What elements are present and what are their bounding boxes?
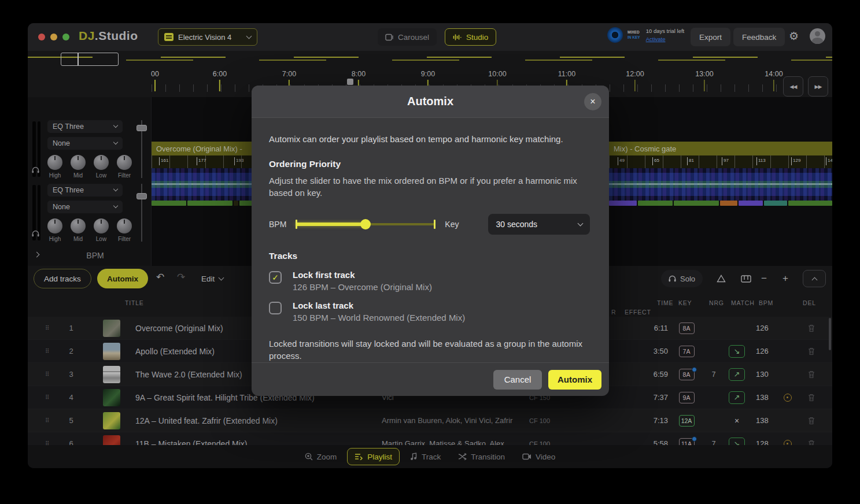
transition-duration-select[interactable]: 30 seconds — [488, 214, 590, 235]
lock-last-detail: 150 BPM – World Renowned (Extended Mix) — [293, 313, 465, 323]
modal-footer: Cancel Automix — [252, 362, 609, 396]
lock-last-checkbox[interactable] — [269, 302, 282, 314]
slider-bpm-label: BPM — [269, 220, 286, 229]
locked-transitions-note: Locked transitions will stay locked and … — [269, 338, 584, 362]
modal-title: Automix — [407, 95, 453, 108]
modal-body: Automix can order your playlist based on… — [252, 118, 609, 362]
priority-slider[interactable] — [296, 218, 435, 230]
lock-last-label: Lock last track — [293, 301, 465, 310]
priority-slider-row: BPM Key 30 seconds — [269, 214, 592, 235]
ordering-priority-heading: Ordering Priority — [269, 159, 592, 169]
chevron-down-icon — [578, 220, 584, 226]
slider-left-cap — [296, 220, 297, 229]
modal-description: Automix can order your playlist based on… — [269, 134, 592, 144]
lock-first-label: Lock first track — [293, 270, 432, 280]
lock-first-track-row: ✓ Lock first track 126 BPM – Overcome (O… — [269, 270, 592, 292]
automix-modal: Automix × Automix can order your playlis… — [252, 86, 609, 396]
close-icon[interactable]: × — [584, 93, 601, 110]
lock-last-track-row: Lock last track 150 BPM – World Renowned… — [269, 301, 592, 323]
ordering-priority-sub: Adjust the slider to have the mix ordere… — [269, 175, 588, 199]
lock-first-checkbox[interactable]: ✓ — [269, 271, 282, 284]
tracks-heading: Tracks — [269, 251, 592, 261]
slider-right-cap — [434, 220, 435, 229]
lock-first-detail: 126 BPM – Overcome (Original Mix) — [293, 282, 432, 292]
modal-header: Automix × — [252, 86, 609, 118]
automix-confirm-button[interactable]: Automix — [548, 370, 601, 390]
slider-fill — [296, 223, 366, 226]
slider-key-label: Key — [445, 220, 459, 229]
cancel-button[interactable]: Cancel — [493, 370, 542, 390]
slider-thumb[interactable] — [360, 219, 371, 229]
